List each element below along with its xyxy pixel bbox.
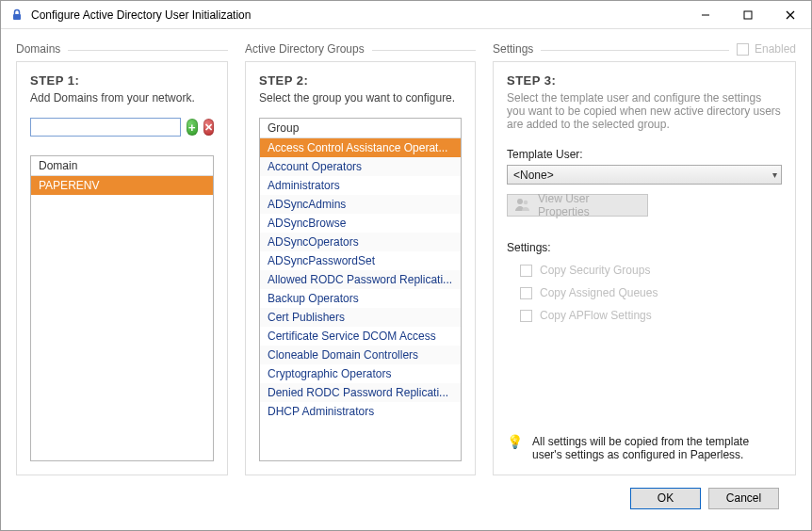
group-row[interactable]: Cloneable Domain Controllers [260,346,461,364]
settings-column: Settings Enabled STEP 3: Select the temp… [493,42,796,475]
template-user-label: Template User: [507,148,782,161]
titlebar: Configure Active Directory User Initiali… [1,1,811,29]
lightbulb-icon: 💡 [507,435,523,448]
domains-legend: Domains [16,42,60,56]
window-title: Configure Active Directory User Initiali… [31,8,684,22]
chevron-down-icon: ▾ [772,169,777,180]
dialog-button-bar: OK Cancel [16,475,796,521]
settings-checkbox-row: Copy Assigned Queues [520,286,782,299]
settings-legend: Settings [493,42,533,56]
hint-row: 💡 All settings will be copied from the t… [507,435,782,461]
groups-legend: Active Directory Groups [245,42,365,56]
checkbox-label: Copy APFlow Settings [540,309,652,322]
group-row[interactable]: DHCP Administrators [260,402,461,421]
group-row[interactable]: Cryptographic Operators [260,364,461,383]
group-row[interactable]: ADSyncPasswordSet [260,251,461,270]
svg-rect-2 [744,11,752,19]
remove-domain-button[interactable]: ✕ [203,119,215,136]
group-row[interactable]: Denied RODC Password Replicati... [260,383,461,402]
enabled-label: Enabled [755,42,796,56]
settings-checkbox-row: Copy APFlow Settings [520,309,782,322]
group-row[interactable]: ADSyncBrowse [260,214,461,233]
checkbox[interactable] [520,310,532,322]
maximize-button[interactable] [726,1,769,28]
add-domain-button[interactable]: + [187,119,198,136]
domain-row[interactable]: PAPERENV [31,176,213,195]
domain-input[interactable] [30,118,181,137]
svg-point-5 [517,199,523,204]
window: Configure Active Directory User Initiali… [0,0,812,531]
group-list[interactable]: Group Access Control Assistance Operat..… [260,119,461,460]
settings-sub-label: Settings: [507,241,782,254]
group-list-header: Group [260,119,461,138]
group-row[interactable]: Backup Operators [260,289,461,308]
domain-list-header: Domain [31,156,213,176]
group-row[interactable]: Access Control Assistance Operat... [260,138,461,157]
checkbox[interactable] [520,287,532,299]
checkbox-label: Copy Security Groups [540,264,650,277]
step2-heading: STEP 2: [259,73,462,88]
view-user-properties-label: View User Properties [538,192,640,218]
close-button[interactable] [769,1,811,28]
step2-subtitle: Select the group you want to configure. [259,91,462,105]
checkbox[interactable] [520,265,532,277]
step1-subtitle: Add Domains from your network. [30,91,214,105]
group-row[interactable]: Administrators [260,176,461,195]
enabled-checkbox[interactable] [737,43,749,56]
minimize-button[interactable] [684,1,726,28]
svg-rect-0 [13,14,21,20]
step3-subtitle: Select the template user and configure t… [507,91,782,131]
domain-list[interactable]: Domain PAPERENV [30,155,214,461]
group-row[interactable]: Allowed RODC Password Replicati... [260,270,461,289]
hint-text: All settings will be copied from the tem… [532,435,782,461]
step1-heading: STEP 1: [30,73,214,88]
group-row[interactable]: Certificate Service DCOM Access [260,327,461,346]
ok-button[interactable]: OK [630,488,701,509]
group-row[interactable]: ADSyncOperators [260,233,461,251]
step3-heading: STEP 3: [507,73,782,88]
groups-column: Active Directory Groups STEP 2: Select t… [245,42,476,475]
checkbox-label: Copy Assigned Queues [540,286,658,299]
template-user-combo[interactable]: <None> ▾ [507,165,782,185]
group-row[interactable]: Cert Publishers [260,308,461,327]
template-user-value: <None> [513,169,554,182]
user-icon [515,198,530,214]
view-user-properties-button: View User Properties [507,194,648,217]
lock-icon [8,7,25,24]
group-row[interactable]: ADSyncAdmins [260,195,461,214]
svg-point-6 [524,200,528,204]
group-row[interactable]: Account Operators [260,157,461,176]
settings-checkbox-row: Copy Security Groups [520,264,782,277]
cancel-button[interactable]: Cancel [708,488,779,509]
domains-column: Domains STEP 1: Add Domains from your ne… [16,42,228,475]
